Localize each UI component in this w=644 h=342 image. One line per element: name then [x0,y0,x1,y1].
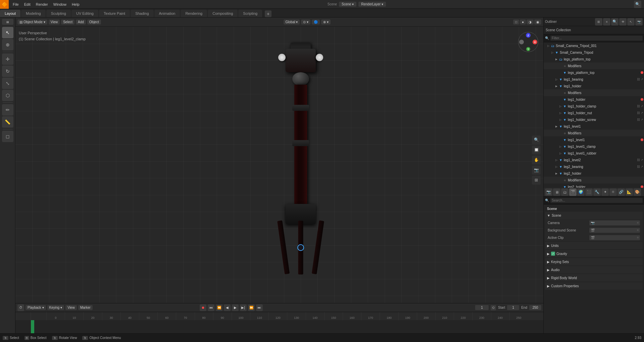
custom-properties-section-header[interactable]: ▶ Custom Properties [545,282,643,290]
zoom-in-button[interactable]: 🔍 [532,135,541,144]
timeline-track[interactable] [15,320,543,333]
rigid-body-world-section-header[interactable]: ▶ Rigid Body World [545,274,643,282]
bg-scene-value[interactable]: 🎬 ≡ [589,228,640,233]
tree-item-leg2-holder-group[interactable]: ▶ ▼ leg2_holder [544,170,644,177]
tree-item-small-camera-tripod[interactable]: ▷ ▼ Small_Camera_Tripod [544,49,644,56]
y-axis-dot[interactable]: Y [526,47,530,51]
z-axis-dot[interactable]: Z [526,33,531,38]
camera-view-button[interactable]: 📷 [532,166,541,174]
tab-uv-editing[interactable]: UV Editing [71,10,98,17]
tree-item-leg1-level2[interactable]: ▷ ▼ leg1_level2 ⛓ ↗ [544,157,644,163]
wireframe-shading[interactable]: □ [513,19,519,25]
play-button[interactable]: ▶ [232,304,239,311]
outliner-sort-button[interactable]: ≡ [603,18,610,26]
jump-back-button[interactable]: ⏪ [216,304,222,311]
timeline-view-menu[interactable]: View [65,305,77,310]
rendered-shading[interactable]: ◉ [534,19,541,25]
jump-to-start-button[interactable]: ⏮ [208,304,214,311]
tree-item-leg1-holder-mesh[interactable]: ▼ leg1_holder [544,96,644,103]
snap-toggle[interactable]: 🔵 [312,19,320,25]
particles-props-icon[interactable]: ✦ [601,188,609,196]
tab-shading[interactable]: Shading [131,10,153,17]
object-props-icon[interactable]: ⬛ [585,188,593,196]
material-props-icon[interactable]: 🎨 [634,188,641,196]
scene-props-icon[interactable]: 🎬 [569,188,577,196]
tree-item-leg1-level1-clamp[interactable]: ▷ ▼ leg1_level1_clamp [544,143,644,150]
marker-menu[interactable]: Marker [78,305,93,310]
properties-search-input[interactable] [550,198,643,203]
tab-sculpting[interactable]: Sculpting [46,10,71,17]
x-axis-dot[interactable]: X [533,40,537,44]
view-menu[interactable]: View [49,19,60,25]
nav-gizmo-circle[interactable]: Z X Y [518,32,538,52]
select-tool[interactable]: ↖ [2,27,13,38]
renderlayer-selector[interactable]: RenderLayer ▾ [358,2,386,7]
data-props-icon[interactable]: 📐 [626,188,633,196]
tab-scripting[interactable]: Scripting [238,10,262,17]
material-shading[interactable]: ◑ [527,19,534,25]
global-transform-selector[interactable]: Global ▾ [284,19,300,25]
keying-sets-section-header[interactable]: ▶ Keying Sets [545,258,643,265]
tree-item-leg1-bearing[interactable]: ▷ ▼ leg1_bearing ⛓ ↗ [544,76,644,83]
cursor-tool[interactable]: ⊕ [2,39,13,50]
next-frame-button[interactable]: ▶| [240,304,247,311]
view-layer-icon[interactable]: 🗂 [561,188,568,196]
tree-item-leg1-level1-mesh[interactable]: ▼ leg1_level1 [544,136,644,143]
fps-toggle[interactable]: ⏲ [491,305,496,310]
proportional-editing[interactable]: ⊗ ▾ [321,19,331,25]
tree-item-leg2-bearing[interactable]: ▷ ▼ leg2_bearing ⛓ ↗ [544,163,644,170]
record-button[interactable]: ⏺ [200,304,206,311]
annotate-tool[interactable]: ✏ [2,104,13,116]
solid-shading[interactable]: ● [520,19,526,25]
modifier-props-icon[interactable]: 🔧 [593,188,601,196]
scene-section-header[interactable]: ▼ Scene [545,212,643,219]
menu-window[interactable]: Window [51,0,69,8]
menu-help[interactable]: Help [69,0,82,8]
tab-layout[interactable]: Layout [0,10,20,17]
move-tool[interactable]: ✛ [2,53,13,65]
tree-item-legs-platform-top-mesh[interactable]: ▼ legs_platform_top [544,69,644,76]
tree-item-leg1-holder-clamp[interactable]: ▷ ▼ leg1_holder_clamp ⛓ ↗ [544,103,644,110]
tab-compositing[interactable]: Compositing [208,10,238,17]
jump-to-end-button[interactable]: ⏭ [256,304,263,311]
output-props-icon[interactable]: 🖥 [553,188,560,196]
end-frame-input[interactable]: 250 [529,305,541,310]
current-frame-input[interactable]: 1 [475,305,489,310]
restrict-hide[interactable]: 👁 [619,18,627,26]
start-frame-input[interactable]: 1 [507,305,519,310]
tree-item-legs-platform-top-group[interactable]: ▶ 🗂 legs_platform_top [544,56,644,62]
pan-button[interactable]: ✋ [532,156,541,164]
units-section-header[interactable]: ▶ Units [545,242,643,249]
object-mode-selector[interactable]: ▤ Object Mode ▾ [17,19,47,25]
zoom-out-button[interactable]: 🔲 [532,145,541,154]
tree-item-leg1-level1-rubber[interactable]: ▷ ▼ leg1_level1_rubber [544,150,644,157]
pivot-point[interactable]: ⊙ ▾ [301,19,310,25]
physics-props-icon[interactable]: ⚛ [609,188,617,196]
menu-file[interactable]: File [10,0,21,8]
tab-texture-paint[interactable]: Texture Paint [99,10,130,17]
menu-render[interactable]: Render [33,0,51,8]
tab-animation[interactable]: Animation [154,10,180,17]
outliner-filter-button[interactable]: ⊞ [595,18,602,26]
tab-modeling[interactable]: Modeling [21,10,46,17]
grid-button[interactable]: ⊞ [532,176,541,184]
prev-frame-button[interactable]: ◀ [224,304,231,311]
jump-forward-button[interactable]: ⏩ [248,304,255,311]
world-props-icon[interactable]: 🌍 [577,188,585,196]
tree-item-leg1-level1-group[interactable]: ▶ ▼ leg1_level1 [544,123,644,130]
cube-tool[interactable]: ◻ [2,131,13,142]
tree-item-leg2-holder-mesh[interactable]: ▼ leg2_holder [544,183,644,188]
camera-value[interactable]: 📷 ≡ [589,220,640,225]
constraints-props-icon[interactable]: 🔗 [617,188,625,196]
audio-section-header[interactable]: ▶ Audio [545,266,643,273]
active-clip-value[interactable]: 🎬 ≡ [589,235,640,240]
tree-item-modifiers-leg2-holder[interactable]: ○ Modifiers [544,177,644,183]
transform-tool[interactable]: ⬡ [2,90,13,101]
tree-item-small-camera-tripod-001[interactable]: ▷ 🗂 Small_Camera_Tripod_001 [544,42,644,49]
tree-item-modifiers-leg1-level1[interactable]: ○ Modifiers [544,130,644,136]
timeline-icon[interactable]: ⏱ [17,304,24,311]
mode-selector[interactable]: ▤ [2,19,13,25]
add-menu[interactable]: Add [76,19,86,25]
tree-item-leg1-holder-screw[interactable]: ▷ ▼ leg1_holder_screw ⛓ ↗ [544,116,644,123]
scene-selector[interactable]: Scene ▾ [339,2,356,7]
